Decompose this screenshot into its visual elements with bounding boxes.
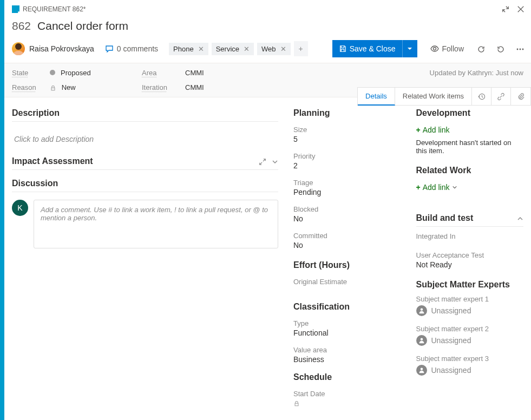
person-icon: [416, 365, 427, 376]
assignee-avatar: [12, 42, 25, 55]
priority-label: Priority: [293, 152, 401, 160]
schedule-heading: Schedule: [293, 372, 401, 382]
refresh-icon[interactable]: [477, 44, 486, 53]
svg-point-3: [522, 48, 524, 50]
work-item-title[interactable]: Cancel order form: [37, 19, 128, 32]
size-value[interactable]: 5: [293, 135, 401, 143]
work-item-type-icon: [12, 5, 19, 13]
assignee-picker[interactable]: Raisa Pokrovskaya: [12, 42, 94, 55]
start-date-value[interactable]: [293, 399, 401, 408]
type-label: Type: [293, 319, 401, 327]
comments-button[interactable]: 0 comments: [105, 44, 158, 53]
integrated-in-label: Integrated In: [416, 232, 524, 240]
discussion-heading: Discussion: [12, 179, 278, 192]
svg-rect-4: [51, 88, 55, 90]
size-label: Size: [293, 126, 401, 134]
type-value[interactable]: Functional: [293, 329, 401, 337]
person-icon: [416, 335, 427, 346]
tab-details[interactable]: Details: [358, 88, 395, 106]
state-label: State: [12, 69, 44, 77]
chevron-down-icon[interactable]: [272, 156, 278, 166]
svg-point-8: [420, 338, 423, 341]
value-area-value[interactable]: Business: [293, 355, 401, 364]
planning-heading: Planning: [293, 108, 401, 118]
tag-add-button[interactable]: +: [294, 41, 308, 56]
tab-related-work-items[interactable]: Related Work items: [395, 88, 472, 105]
reason-value[interactable]: New: [50, 83, 136, 91]
sme-label: Subject matter expert 2: [416, 325, 524, 333]
plus-icon: +: [416, 126, 421, 134]
blocked-label: Blocked: [293, 205, 401, 213]
work-item-id: 862: [12, 19, 31, 32]
history-icon[interactable]: [472, 88, 491, 105]
assignee-name: Raisa Pokrovskaya: [29, 44, 94, 53]
tags-list: Phone✕ Service✕ Web✕ +: [169, 41, 307, 56]
plus-icon: +: [416, 183, 421, 192]
collapse-section-icon[interactable]: [517, 213, 523, 223]
sme-picker[interactable]: Unassigned: [416, 305, 524, 316]
effort-heading: Effort (Hours): [293, 260, 401, 270]
state-bar: State Proposed Area CMMI Updated by Kath…: [4, 63, 531, 97]
sme-label: Subject matter expert 3: [416, 355, 524, 363]
follow-button[interactable]: Follow: [428, 44, 466, 53]
build-test-heading: Build and test: [416, 213, 474, 223]
sme-picker[interactable]: Unassigned: [416, 365, 524, 376]
description-heading: Description: [12, 108, 278, 122]
original-estimate-label: Original Estimate: [293, 278, 401, 286]
svg-point-2: [520, 48, 521, 50]
tabs-bar: Details Related Work items: [357, 87, 531, 106]
work-item-breadcrumb: REQUIREMENT 862*: [23, 5, 502, 13]
uat-value[interactable]: Not Ready: [416, 260, 524, 269]
area-label: Area: [142, 69, 180, 77]
committed-value[interactable]: No: [293, 241, 401, 250]
triage-value[interactable]: Pending: [293, 188, 401, 196]
state-value[interactable]: Proposed: [50, 69, 136, 77]
save-button-label: Save & Close: [350, 44, 396, 53]
uat-label: User Acceptance Test: [416, 251, 524, 259]
priority-value[interactable]: 2: [293, 161, 401, 170]
comments-count: 0 comments: [117, 44, 158, 53]
svg-point-0: [433, 48, 436, 50]
close-icon[interactable]: [517, 5, 525, 13]
collapse-icon[interactable]: [502, 5, 509, 13]
add-development-link[interactable]: + Add link: [416, 126, 524, 134]
classification-heading: Classification: [293, 302, 401, 312]
svg-point-9: [420, 368, 423, 371]
svg-rect-6: [295, 404, 298, 406]
save-dropdown-button[interactable]: [402, 40, 417, 57]
more-actions-icon[interactable]: [516, 44, 525, 53]
description-input[interactable]: Click to add Description: [12, 129, 278, 156]
impact-assessment-heading: Impact Assessment: [12, 156, 93, 166]
development-heading: Development: [416, 108, 524, 118]
links-icon[interactable]: [491, 88, 511, 105]
undo-icon[interactable]: [496, 44, 505, 53]
tag-remove-icon[interactable]: ✕: [280, 45, 286, 53]
attachments-icon[interactable]: [511, 88, 530, 105]
follow-label: Follow: [442, 44, 464, 53]
tag-remove-icon[interactable]: ✕: [198, 45, 204, 53]
current-user-avatar: K: [12, 200, 28, 216]
expand-icon[interactable]: [259, 156, 266, 166]
value-area-label: Value area: [293, 346, 401, 354]
related-work-heading: Related Work: [416, 166, 524, 175]
comment-input[interactable]: Add a comment. Use # to link a work item…: [34, 200, 278, 248]
svg-point-1: [517, 48, 519, 50]
iteration-label: Iteration: [142, 83, 180, 91]
person-icon: [416, 305, 427, 316]
start-date-label: Start Date: [293, 390, 401, 398]
tag-item[interactable]: Phone✕: [169, 43, 208, 55]
chevron-down-icon: [452, 185, 457, 190]
blocked-value[interactable]: No: [293, 214, 401, 223]
tag-remove-icon[interactable]: ✕: [244, 45, 250, 53]
sme-heading: Subject Matter Experts: [416, 280, 524, 290]
tag-item[interactable]: Web✕: [257, 43, 291, 55]
sme-picker[interactable]: Unassigned: [416, 335, 524, 346]
save-and-close-button[interactable]: Save & Close: [332, 40, 417, 57]
add-related-link[interactable]: + Add link: [416, 183, 524, 192]
tag-item[interactable]: Service✕: [212, 43, 254, 55]
updated-by-text: Updated by Kathryn: Just now: [430, 69, 523, 77]
development-empty-text: Development hasn't started on this item.: [416, 139, 524, 155]
sme-label: Subject matter expert 1: [416, 295, 524, 303]
svg-point-7: [420, 309, 423, 311]
area-value[interactable]: CMMI: [185, 69, 424, 77]
